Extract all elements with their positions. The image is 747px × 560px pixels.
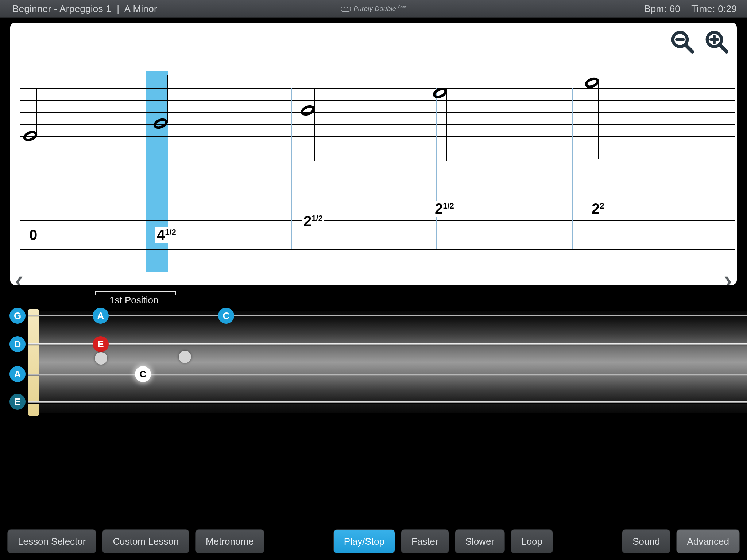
fretboard-nut	[28, 309, 39, 416]
tab-fret: 21/2	[433, 201, 456, 217]
tab-fret: 21/2	[302, 213, 324, 229]
fret-finger-dot	[179, 351, 191, 363]
note-stem	[36, 88, 37, 136]
note-stem	[446, 88, 447, 161]
score-panel: 0 41/2 21/2 21/2 22 ❮ ❯	[10, 23, 737, 285]
barline-playhead	[436, 88, 437, 249]
sound-button[interactable]: Sound	[622, 529, 670, 553]
barline-playhead	[291, 88, 292, 249]
tab-staff	[20, 206, 735, 253]
position-label: 1st Position	[109, 295, 158, 306]
advanced-button[interactable]: Advanced	[676, 529, 740, 553]
note-stem	[598, 81, 599, 159]
string-d	[28, 343, 747, 345]
fret-marker-c[interactable]: C	[218, 308, 234, 324]
bpm-readout: Bpm: 60	[644, 3, 680, 15]
tab-fret: 41/2	[155, 227, 178, 243]
bottom-toolbar: Lesson Selector Custom Lesson Metronome …	[0, 523, 747, 560]
barline	[36, 88, 36, 159]
tab-fret: 22	[590, 201, 606, 217]
fretboard-panel: 1st Position G D A E A C E C	[0, 285, 747, 424]
loop-button[interactable]: Loop	[511, 529, 553, 553]
zoom-in-button[interactable]	[702, 27, 731, 56]
zoom-in-icon	[704, 29, 729, 54]
fret-marker-a[interactable]: A	[93, 308, 109, 324]
lesson-selector-button[interactable]: Lesson Selector	[7, 529, 96, 553]
note-stem	[167, 75, 168, 123]
fret-marker-e-active[interactable]: E	[93, 336, 109, 352]
top-bar: Beginner - Arpeggios 1 | A Minor Purely …	[0, 0, 747, 18]
open-string-e[interactable]: E	[9, 394, 26, 410]
faster-button[interactable]: Faster	[401, 529, 449, 553]
string-g	[28, 315, 747, 316]
string-e	[28, 401, 747, 403]
fret-marker-c-current[interactable]: C	[135, 366, 151, 382]
fretboard-neck	[28, 311, 747, 413]
svg-line-4	[719, 44, 727, 52]
open-string-a[interactable]: A	[9, 366, 26, 382]
time-readout: Time: 0:29	[691, 3, 737, 15]
lesson-title: Beginner - Arpeggios 1 | A Minor	[0, 3, 157, 15]
custom-lesson-button[interactable]: Custom Lesson	[102, 529, 189, 553]
play-stop-button[interactable]: Play/Stop	[333, 529, 395, 553]
brand-logo: Purely Double Bass	[340, 4, 407, 13]
notation-staff	[20, 88, 735, 147]
tab-fret: 0	[28, 227, 39, 243]
fret-finger-dot	[95, 352, 107, 365]
slower-button[interactable]: Slower	[455, 529, 505, 553]
note-stem	[314, 88, 315, 161]
metronome-button[interactable]: Metronome	[195, 529, 264, 553]
barline-playhead	[572, 88, 573, 249]
open-string-g[interactable]: G	[9, 308, 26, 324]
svg-line-1	[685, 44, 692, 52]
playback-controls: Play/Stop Faster Slower Loop	[333, 529, 553, 553]
open-string-d[interactable]: D	[9, 336, 26, 352]
zoom-out-icon	[669, 29, 695, 54]
zoom-out-button[interactable]	[667, 27, 697, 56]
